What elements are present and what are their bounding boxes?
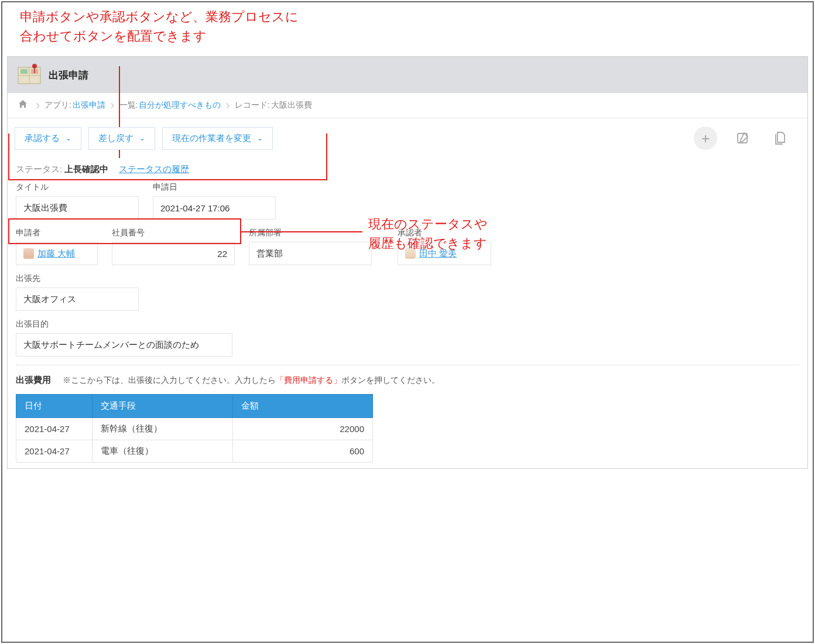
field-value-title: 大阪出張費 <box>16 196 139 220</box>
field-value-empno: 22 <box>112 242 235 265</box>
cell-date: 2021-04-27 <box>16 440 93 463</box>
field-label-applicant: 申請者 <box>16 228 98 238</box>
annotation-right: 現在のステータスや 履歴も確認できます <box>368 214 488 253</box>
field-label-date: 申請日 <box>153 182 276 193</box>
cell-date: 2021-04-27 <box>16 418 93 440</box>
approve-button[interactable]: 承認する ⌄ <box>15 127 81 150</box>
note-highlight: 「費用申請する」 <box>276 375 341 385</box>
chevron-down-icon: ⌄ <box>139 134 145 142</box>
app-icon <box>17 63 42 87</box>
th-transport: 交通手段 <box>93 395 233 418</box>
status-history-link[interactable]: ステータスの履歴 <box>119 164 189 175</box>
button-label: 現在の作業者を変更 <box>172 133 251 144</box>
reassign-button[interactable]: 現在の作業者を変更 ⌄ <box>162 127 273 150</box>
applicant-user-link[interactable]: 加藤 大輔 <box>23 248 75 259</box>
button-label: 差し戻す <box>98 133 133 144</box>
note-post: ボタンを押してください。 <box>341 375 440 385</box>
expense-section-title: 出張費用 <box>16 375 51 386</box>
svg-rect-3 <box>20 69 28 74</box>
toolbar-right: ＋ <box>694 126 800 150</box>
chevron-down-icon: ⌄ <box>66 134 71 142</box>
annotation-line: 申請ボタンや承認ボタンなど、業務プロセスに <box>20 7 808 26</box>
field-value-dept: 営業部 <box>249 242 372 265</box>
action-bar: 承認する ⌄ 差し戻す ⌄ 現在の作業者を変更 ⌄ ＋ <box>8 118 807 157</box>
status-label: ステータス: <box>16 164 62 174</box>
chevron-down-icon: ⌄ <box>257 134 263 142</box>
breadcrumb-link: 自分が処理すべきもの <box>139 100 221 111</box>
copy-icon <box>774 131 787 145</box>
annotation-line: 現在のステータスや <box>368 214 488 234</box>
field-value-destination: 大阪オフィス <box>16 287 139 311</box>
table-row: 2021-04-27 電車（往復） 600 <box>16 440 373 463</box>
cell-transport: 電車（往復） <box>93 440 233 463</box>
breadcrumb-record: レコード: 大阪出張費 <box>235 100 312 111</box>
th-date: 日付 <box>16 395 93 418</box>
home-icon[interactable] <box>15 100 31 111</box>
expense-section-header: 出張費用 ※ここから下は、出張後に入力してください。入力したら「費用申請する」ボ… <box>16 375 799 386</box>
breadcrumb: › アプリ: 出張申請 › 一覧: 自分が処理すべきもの › レコード: 大阪出… <box>8 93 807 118</box>
annotation-line: 履歴も確認できます <box>368 234 488 253</box>
cell-transport: 新幹線（往復） <box>93 418 233 440</box>
field-label-destination: 出張先 <box>16 273 139 284</box>
app-header: 出張申請 <box>8 57 807 93</box>
user-name: 加藤 大輔 <box>37 248 75 259</box>
reject-button[interactable]: 差し戻す ⌄ <box>88 127 155 150</box>
status-value: 上長確認中 <box>64 164 108 174</box>
breadcrumb-label: アプリ: <box>44 100 71 111</box>
annotation-line: 合わせてボタンを配置できます <box>20 26 808 46</box>
expense-table: 日付 交通手段 金額 2021-04-27 新幹線（往復） 22000 2021… <box>16 394 373 463</box>
breadcrumb-app[interactable]: アプリ: 出張申請 <box>44 100 105 111</box>
breadcrumb-current: 大阪出張費 <box>271 100 312 111</box>
cell-amount: 22000 <box>233 418 373 440</box>
app-shell: 出張申請 › アプリ: 出張申請 › 一覧: 自分が処理すべきもの › レコード… <box>7 56 808 469</box>
plus-icon: ＋ <box>698 129 713 148</box>
chevron-right-icon: › <box>225 99 230 112</box>
svg-point-5 <box>32 64 37 68</box>
cell-amount: 600 <box>233 440 373 463</box>
field-label-purpose: 出張目的 <box>16 319 232 330</box>
table-row: 2021-04-27 新幹線（往復） 22000 <box>16 418 373 440</box>
expense-section-note: ※ここから下は、出張後に入力してください。入力したら「費用申請する」ボタンを押し… <box>63 375 440 386</box>
duplicate-record-button[interactable] <box>769 126 792 150</box>
annotation-top: 申請ボタンや承認ボタンなど、業務プロセスに 合わせてボタンを配置できます <box>20 7 808 46</box>
field-label-dept: 所属部署 <box>249 228 372 238</box>
edit-record-button[interactable] <box>731 126 755 150</box>
field-value-date: 2021-04-27 17:06 <box>153 196 276 220</box>
th-amount: 金額 <box>233 395 373 418</box>
field-label-title: タイトル <box>16 182 139 193</box>
add-record-button[interactable]: ＋ <box>694 126 717 150</box>
chevron-right-icon: › <box>36 99 40 112</box>
breadcrumb-label: レコード: <box>235 100 270 111</box>
edit-icon <box>736 131 750 145</box>
breadcrumb-list[interactable]: 一覧: 自分が処理すべきもの <box>119 100 221 111</box>
note-pre: ※ここから下は、出張後に入力してください。入力したら <box>63 375 276 385</box>
avatar <box>23 248 34 259</box>
chevron-right-icon: › <box>110 99 114 112</box>
field-value-purpose: 大阪サポートチームメンバーとの面談のため <box>16 333 232 357</box>
breadcrumb-label: 一覧: <box>119 100 138 111</box>
button-label: 承認する <box>25 133 60 144</box>
field-label-empno: 社員番号 <box>112 228 235 238</box>
app-title: 出張申請 <box>49 68 88 82</box>
breadcrumb-link: 出張申請 <box>73 100 105 111</box>
status-row: ステータス: 上長確認中 ステータスの履歴 <box>8 157 807 180</box>
divider <box>16 365 799 365</box>
field-value-applicant: 加藤 大輔 <box>16 242 98 265</box>
